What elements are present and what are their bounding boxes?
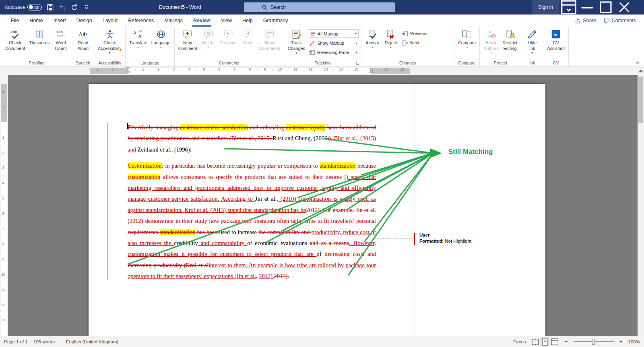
horizontal-ruler[interactable]: 1·2·1·2·3·4·5·6·7·8·9·10·11·12·13·14·15·…: [0, 67, 638, 75]
first-line-indent-marker[interactable]: [126, 67, 130, 73]
check-accessibility-button[interactable]: CheckAccessibility▾: [96, 27, 124, 54]
text-run: customer service satisfaction: [180, 124, 248, 131]
tab-insert[interactable]: Insert: [48, 15, 71, 27]
translate-button[interactable]: aATranslate▾: [127, 27, 149, 49]
paragraph[interactable]: Customization, in particular, has become…: [128, 160, 376, 282]
text-run: and as a means: [310, 240, 349, 246]
tab-layout[interactable]: Layout: [97, 15, 123, 27]
hide-ink-button[interactable]: HideInk▾: [523, 27, 541, 54]
ruler-mark: ·: [272, 67, 273, 71]
zoom-out-button[interactable]: −: [564, 339, 569, 345]
scrollbar-page-buttons: [638, 331, 644, 336]
button-label: Previous: [410, 31, 427, 36]
autosave-toggle[interactable]: AutoSave Off: [5, 4, 42, 10]
next-button[interactable]: Next: [401, 39, 452, 47]
sign-in-button[interactable]: Sign in: [532, 0, 559, 15]
tab-file[interactable]: File: [6, 15, 24, 27]
redo-icon[interactable]: [71, 4, 78, 11]
vertical-scrollbar[interactable]: [638, 75, 644, 336]
search-input[interactable]: [270, 4, 375, 10]
previous-button[interactable]: Previous: [401, 29, 452, 37]
right-indent-marker[interactable]: [369, 67, 374, 73]
ribbon-group-accessibility: CheckAccessibility▾Accessibility: [94, 27, 126, 66]
tab-view[interactable]: View: [216, 15, 237, 27]
accept-button[interactable]: Accept▾: [363, 27, 382, 49]
scroll-up-button[interactable]: [638, 67, 644, 75]
maximize-button[interactable]: [597, 0, 615, 15]
tab-home[interactable]: Home: [24, 15, 48, 27]
tab-references[interactable]: References: [123, 15, 159, 27]
web-layout-icon[interactable]: [550, 337, 559, 346]
revision-balloon[interactable]: User Formatted: Not Highlight: [419, 232, 471, 244]
thesaurus-button[interactable]: Thesaurus: [27, 27, 52, 45]
dialog-launcher-icon[interactable]: [355, 61, 360, 66]
compare-button[interactable]: Compare▾: [456, 27, 478, 49]
word-count-indicator[interactable]: 105 words: [33, 339, 55, 344]
paragraph[interactable]: Effectively managing customer service sa…: [128, 122, 376, 155]
tab-grammarly[interactable]: Grammarly: [258, 15, 293, 27]
new-comment-button[interactable]: NewComment: [176, 27, 199, 51]
collapse-ribbon-icon[interactable]: [634, 60, 641, 66]
restrict-editing-button[interactable]: RestrictEditing: [501, 27, 520, 51]
svg-text:abc: abc: [10, 30, 17, 34]
show-markup-button[interactable]: Show Markup▾: [308, 39, 359, 47]
tab-help[interactable]: Help: [237, 15, 258, 27]
focus-button[interactable]: Focus: [511, 339, 526, 344]
zoom-slider[interactable]: [574, 341, 614, 342]
cv-assistant-button[interactable]: inCVAssistant: [545, 27, 567, 51]
page[interactable]: Effectively managing customer service sa…: [89, 84, 545, 336]
tab-design[interactable]: Design: [71, 15, 97, 27]
save-icon[interactable]: [47, 4, 54, 11]
ruler-mark: 6: [218, 67, 220, 71]
chevron-down-icon: ▾: [355, 32, 357, 35]
ruler-mark: 2: [0, 151, 6, 155]
ruler-mark: ·: [0, 295, 6, 299]
track-changes-button[interactable]: TrackChanges▾: [286, 27, 307, 54]
zoom-level[interactable]: 100%: [628, 339, 640, 344]
read-aloud-button[interactable]: AReadAloud: [74, 27, 92, 51]
zoom-slider-thumb[interactable]: [592, 339, 595, 345]
ribbon-group-changes: Accept▾Reject▾PreviousNextChanges: [361, 27, 454, 66]
undo-icon[interactable]: [59, 4, 66, 11]
read-mode-icon[interactable]: [531, 337, 540, 346]
reviewing-pane-button[interactable]: Reviewing Pane▾: [308, 48, 359, 56]
delete-button: Delete▾: [199, 27, 218, 49]
markup-mode-dropdown[interactable]: All Markup▾: [308, 29, 359, 38]
document-text[interactable]: Effectively managing customer service sa…: [128, 122, 376, 287]
ribbon-display-options-button[interactable]: [559, 0, 578, 15]
print-layout-icon[interactable]: [541, 337, 549, 346]
zoom-in-button[interactable]: +: [619, 339, 623, 345]
scrollbar-thumb[interactable]: [638, 77, 643, 123]
ribbon-group-cells: Accept▾Reject▾PreviousNext: [363, 27, 452, 60]
search-box[interactable]: [244, 2, 395, 12]
customize-qat-icon[interactable]: [83, 4, 90, 11]
ribbon: abcCheckDocumentThesaurus123WordCountPro…: [0, 27, 644, 67]
tab-review[interactable]: Review: [188, 15, 216, 27]
language-indicator[interactable]: English (United Kingdom): [66, 339, 118, 344]
word-count-button[interactable]: 123WordCount: [52, 27, 70, 51]
vertical-ruler[interactable]: 1·2·1·2·3·4·5·6·7·8·9·10·11·12·13·: [0, 75, 8, 336]
ruler-mark: 12: [0, 303, 6, 307]
minimize-button[interactable]: [578, 0, 597, 15]
button-label: Reject: [385, 40, 397, 45]
ruler-mark: ·: [0, 143, 6, 147]
ruler-mark: 8: [0, 242, 6, 246]
tabs: FileHomeInsertDesignLayoutReferencesMail…: [6, 15, 293, 27]
share-button[interactable]: Share: [575, 18, 596, 24]
show-markup-icon: [309, 40, 315, 46]
comments-button[interactable]: Comments: [604, 18, 636, 24]
revision-author: User: [419, 233, 430, 237]
language-button[interactable]: Language▾: [149, 27, 173, 49]
show-comments-icon: [264, 29, 275, 39]
document-title: Document5 - Word: [159, 0, 201, 15]
reject-button[interactable]: Reject▾: [382, 27, 400, 49]
page-indicator[interactable]: Page 1 of 1: [4, 339, 28, 344]
button-label: Changes: [288, 46, 305, 51]
close-button[interactable]: [615, 0, 634, 15]
ruler-mark: ·: [211, 67, 212, 71]
ribbon-group-proofing: abcCheckDocumentThesaurus123WordCountPro…: [2, 27, 72, 66]
button-label: Show Markup: [317, 41, 344, 46]
tab-mailings[interactable]: Mailings: [159, 15, 188, 27]
check-document-button[interactable]: abcCheckDocument: [3, 27, 27, 51]
ribbon-group-cells: AReadAloud: [74, 27, 92, 60]
